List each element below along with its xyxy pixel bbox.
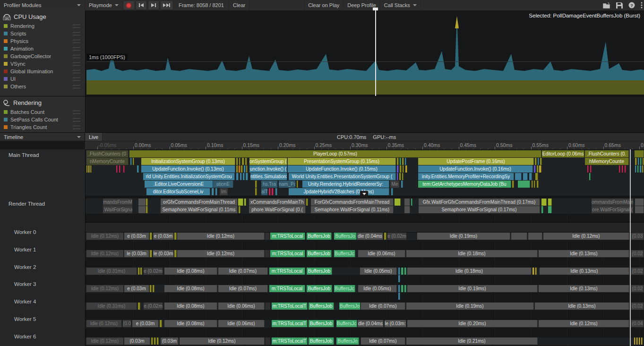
timeline-marker[interactable] — [619, 165, 620, 173]
timeline-span[interactable]: phore.WaitForSignal (0.( — [249, 206, 306, 213]
timeline-span[interactable]: Idle (0.07ms) — [218, 268, 268, 275]
drag-handle-icon[interactable] — [73, 118, 80, 121]
timeline-marker[interactable] — [590, 165, 592, 173]
timeline-span[interactable]: nam_Par — [279, 181, 296, 188]
timeline-span[interactable]: Idle (0.06ms) — [218, 303, 265, 310]
timeline-marker[interactable] — [400, 158, 401, 165]
timeline-marker[interactable] — [537, 165, 539, 173]
timeline-span[interactable]: JpdateHybridV2Batches (0.11ms) — [289, 188, 389, 195]
playmode-dropdown[interactable]: Playmode — [85, 0, 122, 10]
timeline-marker[interactable] — [518, 181, 530, 188]
legend-item-rendering[interactable]: Rendering — [0, 22, 85, 30]
timeline-span[interactable]: e (0.02m — [144, 268, 163, 275]
timeline-span[interactable]: .FlushCounters (0 — [86, 150, 129, 157]
timeline-marker[interactable] — [401, 285, 404, 292]
drag-handle-icon[interactable] — [73, 70, 80, 73]
timeline-playhead[interactable] — [630, 149, 631, 346]
timeline-marker[interactable] — [635, 158, 637, 165]
timeline-marker[interactable] — [265, 250, 270, 257]
timeline-span[interactable]: .Editor.LiveConversionE — [145, 181, 213, 188]
timeline-span[interactable]: Idle (0.12ms) — [86, 250, 124, 257]
timeline-marker[interactable] — [245, 158, 247, 165]
job-group-header[interactable]: Job — [0, 222, 644, 233]
timeline-marker[interactable] — [153, 285, 155, 292]
timeline-span[interactable]: e (0.02m — [387, 233, 407, 240]
save-profile-button[interactable] — [614, 1, 625, 9]
timeline-span[interactable]: Gfx.WaitForGfxCommandsFromMainThread (0.… — [419, 199, 540, 206]
drag-handle-icon[interactable] — [73, 111, 80, 114]
timeline-span[interactable]: Idle (0.12ms) — [177, 250, 265, 257]
timeline-span[interactable]: Unity.Rendering.HybridRendererSy: — [302, 181, 389, 188]
timeline-span[interactable]: orGfxCommandsFromMainThread — [161, 199, 238, 206]
legend-item-triangles-count[interactable]: Triangles Count — [0, 123, 85, 131]
timeline-marker[interactable] — [404, 268, 406, 275]
timeline-span[interactable]: (0.03m — [124, 337, 150, 345]
timeline-marker[interactable] — [535, 268, 537, 275]
timeline-span[interactable]: dle (0.04ms — [358, 320, 384, 327]
worker-thread-label[interactable]: Worker 6 — [14, 334, 36, 339]
timeline-marker[interactable] — [239, 206, 240, 213]
timeline-span[interactable]: BuffersJo — [334, 233, 357, 240]
timeline-span[interactable]: e (0.03m — [124, 233, 149, 240]
timeline-marker[interactable] — [401, 181, 403, 188]
timeline-marker[interactable] — [243, 173, 245, 180]
drag-handle-icon[interactable] — [73, 126, 80, 129]
render-thread-label[interactable]: Render Thread — [9, 201, 45, 207]
timeline-span[interactable]: Idle (0.13ms) — [539, 250, 629, 257]
timeline-marker[interactable] — [637, 165, 639, 173]
timeline-marker[interactable] — [404, 285, 406, 292]
timeline-span[interactable]: onSystemGroup (( — [249, 158, 287, 165]
timeline-marker[interactable] — [272, 188, 274, 195]
timeline-marker[interactable] — [239, 158, 240, 165]
timeline-marker[interactable] — [130, 158, 132, 165]
timeline-marker[interactable] — [636, 337, 638, 345]
drag-handle-icon[interactable] — [73, 47, 80, 51]
cpu-usage-module-header[interactable]: CPU CPU Usage — [0, 10, 85, 22]
timeline-span[interactable]: Idle (0.31ms) — [86, 268, 137, 275]
timeline-marker[interactable] — [534, 165, 536, 173]
timeline-marker[interactable] — [146, 199, 148, 206]
collapse-thread-button[interactable] — [360, 191, 368, 197]
timeline-marker[interactable] — [541, 206, 543, 213]
timeline-span[interactable]: BuffersJob — [309, 337, 334, 345]
legend-item-others[interactable]: Others — [0, 83, 85, 90]
timeline-span[interactable]: (0.02 — [631, 285, 644, 292]
timeline-marker[interactable] — [401, 268, 404, 275]
timeline-span[interactable]: Idle (0.12ms) — [86, 337, 124, 345]
live-toggle[interactable]: Live — [85, 133, 103, 141]
timeline-span[interactable]: (0.03 — [631, 233, 644, 240]
timeline-marker[interactable] — [244, 199, 246, 206]
timeline-span[interactable]: (0.0 — [123, 320, 131, 327]
timeline-marker[interactable] — [640, 165, 642, 173]
timeline-span[interactable]: (0.03m — [161, 337, 179, 345]
timeline-marker[interactable] — [133, 158, 134, 165]
timeline-marker[interactable] — [212, 188, 214, 195]
timeline-span[interactable]: .WaitForSigna — [103, 206, 133, 213]
timeline-span[interactable]: tem:GetArchetypesMemoryDataJob (Bu — [418, 181, 511, 188]
worker-thread-label[interactable]: Worker 5 — [14, 316, 36, 322]
timeline-span[interactable]: ore.WaitForSignal ( — [592, 206, 634, 213]
timeline-marker[interactable] — [137, 165, 139, 173]
timeline-span[interactable]: UpdatePostFrame (0.16ms) — [418, 158, 534, 165]
timeline-marker[interactable] — [266, 337, 271, 345]
worker-thread-label[interactable]: Worker 1 — [14, 247, 36, 252]
timeline-span[interactable]: ntities.SimulationS — [250, 173, 287, 180]
timeline-marker[interactable] — [138, 268, 140, 275]
timeline-marker[interactable] — [515, 173, 522, 180]
timeline-marker[interactable] — [532, 268, 534, 275]
timeline-span[interactable]: e (0.02m — [144, 303, 163, 310]
timeline-marker[interactable] — [238, 199, 243, 206]
legend-item-global-illumination[interactable]: Global Illumination — [0, 68, 85, 75]
timeline-span[interactable]: InitializationSystemGroup (0.13ms) — [141, 158, 235, 165]
timeline-marker[interactable] — [622, 165, 623, 173]
timeline-span[interactable]: PresentationSystemGroup (0.15ms) — [288, 158, 396, 165]
timeline-marker[interactable] — [539, 165, 541, 173]
timeline-marker[interactable] — [246, 173, 248, 180]
timeline-span[interactable]: Idle (0.13ms) — [539, 285, 629, 292]
timeline-span[interactable]: BuffersJob — [307, 233, 332, 240]
timeline-span[interactable]: BuffersJob — [307, 250, 332, 257]
timeline-marker[interactable] — [400, 165, 402, 173]
timeline-marker[interactable] — [405, 165, 407, 173]
timeline-marker[interactable] — [589, 173, 591, 180]
timeline-span[interactable]: Idle (0.19ms) — [407, 285, 538, 292]
